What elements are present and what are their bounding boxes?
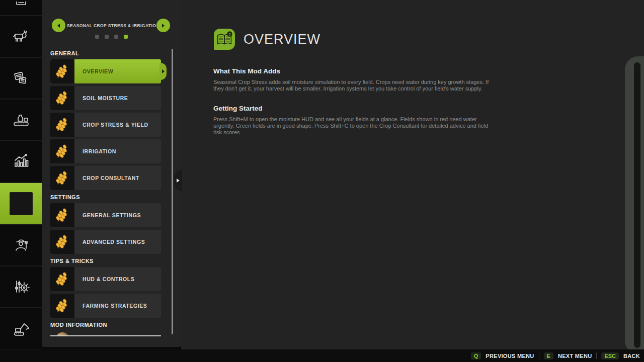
sliders-gear-icon — [10, 276, 32, 298]
section-heading: Getting Started — [213, 105, 495, 112]
nav-item-advanced-settings[interactable]: ADVANCED SETTINGS — [50, 230, 161, 254]
panel-collapse-tab[interactable] — [174, 170, 182, 191]
arrow-right-icon — [177, 178, 180, 183]
nav-item-crop-stress-yield[interactable]: CROP STRESS & YIELD — [50, 113, 161, 137]
documents-icon — [10, 67, 32, 89]
nav-item-label: FARMING STRATEGIES — [83, 303, 147, 309]
section-label-settings: SETTINGS — [50, 194, 162, 200]
content-scrollbar[interactable] — [634, 62, 640, 348]
production-icon — [10, 109, 32, 131]
nav-item-overview[interactable]: OVERVIEW — [50, 59, 161, 83]
bar-chart-icon — [10, 151, 32, 173]
nav-item-label: ADVANCED SETTINGS — [83, 239, 145, 245]
game-sidebar — [0, 0, 42, 349]
cow-icon — [10, 26, 32, 48]
key-e: E — [544, 352, 553, 359]
section-label-mod-information: MOD INFORMATION — [50, 322, 162, 328]
section-heading: What This Mod Adds — [213, 67, 495, 75]
divider — [596, 352, 597, 359]
sidebar-item-animals[interactable] — [0, 16, 42, 57]
nav-item-soil-moisture[interactable]: SOIL MOISTURE — [50, 86, 161, 110]
excavator-icon — [10, 318, 32, 340]
wheat-icon — [50, 203, 74, 227]
sidebar-item-card[interactable] — [0, 0, 42, 15]
section-body: Press Shift+M to open the moisture HUD a… — [213, 116, 495, 136]
page-dot[interactable] — [105, 35, 109, 39]
card-partial-icon — [10, 2, 32, 14]
key-esc: ESC — [601, 352, 619, 359]
wheat-icon — [50, 267, 74, 291]
shortcut-label: PREVIOUS MENU — [486, 353, 534, 359]
nav-item-partial[interactable] — [50, 331, 161, 336]
wheat-icon — [50, 294, 74, 318]
prev-page-button[interactable] — [52, 19, 65, 32]
wheat-icon — [50, 166, 74, 190]
shortcut-next-menu[interactable]: E NEXT MENU — [544, 352, 592, 359]
sidebar-item-contracts[interactable] — [0, 58, 42, 99]
content-section: What This Mod Adds Seasonal Crop Stress … — [213, 67, 495, 92]
shortcut-back[interactable]: ESC BACK — [601, 352, 640, 359]
shortcut-label: BACK — [623, 353, 640, 359]
nav-item-label: CROP CONSULTANT — [83, 175, 139, 181]
wheat-icon — [50, 139, 74, 163]
page-title: OVERVIEW — [244, 32, 320, 47]
mod-title: SEASONAL CROP STRESS & IRRIGATION MA... — [67, 23, 156, 28]
sidebar-item-statistics[interactable] — [0, 141, 42, 182]
sidebar-item-mod-help[interactable] — [0, 183, 42, 224]
wheat-icon — [50, 230, 74, 254]
nav-item-irrigation[interactable]: IRRIGATION — [50, 139, 161, 163]
nav-item-label: HUD & CONTROLS — [83, 276, 134, 282]
mod-nav-panel: SEASONAL CROP STRESS & IRRIGATION MA... … — [42, 0, 181, 347]
nav-item-label: GENERAL SETTINGS — [83, 212, 141, 218]
shortcut-previous-menu[interactable]: Q PREVIOUS MENU — [471, 352, 534, 359]
shortcut-label: NEXT MENU — [558, 353, 592, 359]
nav-item-label: IRRIGATION — [83, 148, 116, 154]
wheat-icon — [50, 59, 74, 83]
sidebar-item-game-settings[interactable] — [0, 266, 42, 307]
wheat-icon — [50, 86, 74, 110]
page-dot[interactable] — [95, 35, 99, 39]
mod-thumbnail — [10, 192, 33, 215]
nav-item-label: SOIL MOISTURE — [83, 95, 128, 101]
nav-item-crop-consultant[interactable]: CROP CONSULTANT — [50, 166, 161, 190]
shortcut-bar: Q PREVIOUS MENU E NEXT MENU ESC BACK — [0, 349, 644, 362]
key-q: Q — [471, 352, 481, 359]
page-dots — [42, 35, 181, 39]
wheat-icon — [50, 113, 74, 137]
section-body: Seasonal Crop Stress adds soil moisture … — [213, 79, 495, 92]
svg-text:?: ? — [228, 32, 231, 37]
content-section: Getting Started Press Shift+M to open th… — [213, 105, 495, 136]
arrow-left-icon — [57, 24, 60, 28]
section-label-tips-tricks: TIPS & TRICKS — [50, 258, 162, 264]
divider — [539, 352, 539, 359]
help-book-icon: ? — [214, 29, 235, 50]
sidebar-item-production[interactable] — [0, 100, 42, 140]
nav-list: GENERAL OVERVIEW SOIL MOISTURE CROP STRE… — [50, 50, 162, 336]
arrow-right-icon — [162, 24, 165, 28]
content-scrollbar-track — [625, 56, 644, 354]
loaf-icon-partial — [56, 332, 69, 336]
nav-item-label: CROP STRESS & YIELD — [83, 122, 148, 128]
nav-item-farming-strategies[interactable]: FARMING STRATEGIES — [50, 294, 161, 318]
nav-item-general-settings[interactable]: GENERAL SETTINGS — [50, 203, 161, 227]
sidebar-item-construction[interactable] — [0, 308, 42, 349]
sidebar-item-character[interactable] — [0, 225, 42, 265]
nav-scrollbar[interactable] — [172, 49, 173, 334]
section-label-general: GENERAL — [50, 50, 162, 56]
page-dot-active[interactable] — [124, 35, 128, 39]
nav-item-label: OVERVIEW — [83, 68, 113, 74]
page-dot[interactable] — [114, 35, 118, 39]
page-header: ? OVERVIEW — [214, 29, 320, 50]
nav-item-hud-controls[interactable]: HUD & CONTROLS — [50, 267, 161, 291]
help-content-panel: ? OVERVIEW What This Mod Adds Seasonal C… — [181, 0, 644, 349]
next-page-button[interactable] — [156, 19, 170, 32]
farmer-icon — [10, 234, 32, 256]
selected-item-marker — [159, 63, 167, 80]
